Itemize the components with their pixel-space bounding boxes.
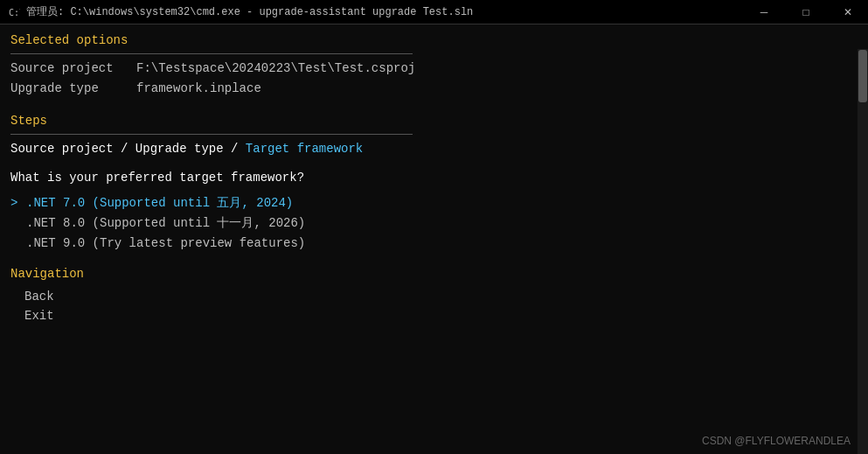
minimize-button[interactable]: ─ <box>744 0 784 24</box>
window-title: 管理员: C:\windows\system32\cmd.exe - upgra… <box>26 4 861 19</box>
selected-options-title: Selected options <box>10 31 858 50</box>
upgrade-type-row: Upgrade type framework.inplace <box>10 80 858 98</box>
navigation-section: Navigation Back Exit <box>10 265 858 326</box>
source-project-value: F:\Testspace\20240223\Test\Test.csproj <box>136 59 415 78</box>
option-text-net7: .NET 7.0 (Supported until 五月, 2024) <box>26 194 293 213</box>
nav-back[interactable]: Back <box>10 287 858 306</box>
window-controls: ─ □ ✕ <box>744 0 868 24</box>
options-divider <box>10 53 413 54</box>
option-arrow-net9 <box>10 234 23 253</box>
option-arrow-net8 <box>10 214 23 233</box>
steps-divider <box>10 134 413 135</box>
titlebar: C:\ 管理员: C:\windows\system32\cmd.exe - u… <box>0 0 868 24</box>
option-net7[interactable]: > .NET 7.0 (Supported until 五月, 2024) <box>10 194 858 213</box>
svg-text:C:\: C:\ <box>9 8 20 17</box>
maximize-button[interactable]: □ <box>786 0 826 24</box>
option-net9[interactable]: .NET 9.0 (Try latest preview features) <box>10 234 858 253</box>
option-text-net9: .NET 9.0 (Try latest preview features) <box>26 234 305 253</box>
terminal-content: Selected options Source project F:\Tests… <box>0 24 868 454</box>
scrollbar[interactable] <box>858 49 868 454</box>
upgrade-type-value: framework.inplace <box>136 80 261 98</box>
breadcrumb-source: Source project / Upgrade type / <box>10 142 246 156</box>
steps-section: Steps Source project / Upgrade type / Ta… <box>10 112 858 158</box>
scrollbar-thumb[interactable] <box>858 50 867 102</box>
option-arrow-net7: > <box>10 194 23 213</box>
source-project-key: Source project <box>10 59 133 78</box>
selected-options-section: Selected options Source project F:\Tests… <box>10 31 858 98</box>
nav-exit[interactable]: Exit <box>10 306 858 325</box>
option-net8[interactable]: .NET 8.0 (Supported until 十一月, 2026) <box>10 214 858 233</box>
window: C:\ 管理员: C:\windows\system32\cmd.exe - u… <box>0 0 868 454</box>
navigation-title: Navigation <box>10 265 858 283</box>
watermark: CSDN @FLYFLOWERANDLEA <box>702 433 851 449</box>
framework-question: What is your preferred target framework? <box>10 169 858 187</box>
upgrade-type-key: Upgrade type <box>10 80 133 98</box>
option-text-net8: .NET 8.0 (Supported until 十一月, 2026) <box>26 214 305 233</box>
breadcrumb: Source project / Upgrade type / Target f… <box>10 140 858 158</box>
source-project-row: Source project F:\Testspace\20240223\Tes… <box>10 59 858 78</box>
options-list: > .NET 7.0 (Supported until 五月, 2024) .N… <box>10 194 858 253</box>
cmd-icon: C:\ <box>7 5 21 19</box>
steps-title: Steps <box>10 112 858 130</box>
close-button[interactable]: ✕ <box>828 0 868 24</box>
breadcrumb-target: Target framework <box>246 142 363 156</box>
